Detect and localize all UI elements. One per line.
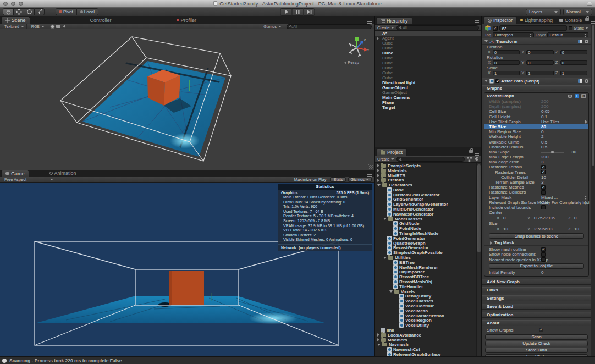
expand-arrow-icon[interactable]: [377, 179, 379, 182]
hierarchy-item[interactable]: Target: [375, 105, 481, 110]
project-item[interactable]: Navmesh: [375, 342, 481, 347]
section-header[interactable]: Add New Graph: [482, 279, 591, 285]
slider-value[interactable]: 30: [571, 150, 576, 155]
axis-value[interactable]: 2.596693: [534, 227, 552, 232]
stats-button[interactable]: Stats: [330, 177, 345, 182]
foldout-open-icon[interactable]: [484, 80, 488, 82]
project-item[interactable]: Modifiers: [375, 338, 481, 343]
property-row[interactable]: Nearest node queries in XZ sp: [484, 257, 588, 262]
tab-lightmapping[interactable]: Lightmapping: [517, 16, 556, 24]
tab-hierarchy[interactable]: Hierarchy: [376, 17, 412, 24]
scale-z-field[interactable]: 1: [560, 71, 587, 75]
property-row[interactable]: Walkable Climb0.5: [484, 140, 588, 145]
property-value[interactable]: 0: [541, 129, 543, 134]
dropdown-arrows-icon[interactable]: [585, 196, 587, 200]
inspector-scrollbar[interactable]: [591, 24, 595, 356]
hierarchy-item[interactable]: Cube: [375, 41, 481, 46]
position-y-field[interactable]: 0: [526, 50, 553, 54]
expand-arrow-icon[interactable]: [377, 333, 379, 337]
project-item[interactable]: CustomGridGenerator: [375, 192, 481, 197]
tag-dropdown[interactable]: Untagged: [493, 32, 534, 37]
project-item[interactable]: MultiGridGenerator: [375, 207, 481, 212]
property-value[interactable]: 0.05: [541, 109, 550, 114]
collapse-arrow-icon[interactable]: [389, 290, 393, 293]
property-value[interactable]: Only For Completely Insi: [541, 200, 590, 205]
move-tool-button[interactable]: [13, 8, 24, 15]
project-item[interactable]: PointGenerator: [375, 236, 481, 241]
property-row[interactable]: Tile Size80: [484, 124, 588, 129]
pivot-button[interactable]: Pivot: [56, 8, 76, 15]
scene-viewport-canvas[interactable]: x z Persp: [0, 29, 374, 170]
scan-button[interactable]: Scan: [485, 334, 588, 340]
collapse-arrow-icon[interactable]: [383, 218, 387, 220]
layers-dropdown[interactable]: Layers: [526, 9, 561, 15]
project-item[interactable]: MiniRTS: [375, 173, 481, 178]
expand-arrow-icon[interactable]: [490, 241, 492, 245]
property-row[interactable]: Rasterize Meshes✓: [484, 185, 588, 190]
hierarchy-item[interactable]: Main Camera: [375, 95, 481, 100]
hierarchy-item[interactable]: Cube: [375, 46, 481, 51]
layer-dropdown[interactable]: Default: [547, 32, 588, 37]
hierarchy-item[interactable]: Cube: [375, 65, 481, 70]
project-item[interactable]: RecastBBTree: [375, 274, 481, 279]
project-item[interactable]: VoxelUtility: [375, 323, 481, 328]
checkbox[interactable]: [541, 205, 546, 209]
collapse-arrow-icon[interactable]: [377, 344, 381, 346]
local-button[interactable]: Local: [76, 8, 98, 15]
tab-project[interactable]: Project: [376, 148, 407, 156]
scrollbar-thumb[interactable]: [477, 164, 481, 252]
property-row[interactable]: Max Edge Length200: [484, 155, 588, 159]
property-row[interactable]: Initial Penalty0: [484, 270, 588, 275]
checkbox[interactable]: [541, 252, 546, 257]
audio-toggle-icon[interactable]: [63, 25, 65, 28]
project-item[interactable]: Voxels: [375, 289, 481, 294]
project-item[interactable]: Base: [375, 187, 481, 192]
resize-grip-icon[interactable]: [368, 164, 373, 169]
property-value[interactable]: 0: [541, 270, 543, 275]
axis-value[interactable]: 10: [503, 227, 508, 232]
project-item[interactable]: DebugUtility: [375, 294, 481, 299]
slider-thumb[interactable]: [551, 151, 554, 153]
property-row[interactable]: Max edge error3: [484, 159, 588, 164]
hierarchy-item[interactable]: Plane: [375, 100, 481, 105]
panel-menu-icon[interactable]: [475, 20, 479, 21]
property-row[interactable]: Walkable Height2: [484, 134, 588, 139]
project-item[interactable]: NodeClasses: [375, 217, 481, 222]
project-create-button[interactable]: Create: [377, 157, 394, 162]
property-row[interactable]: Terrain Sample Size3: [484, 180, 588, 185]
tab-animation[interactable]: Animation: [45, 169, 81, 177]
expand-arrow-icon[interactable]: [377, 338, 379, 341]
visibility-toggle-icon[interactable]: [568, 95, 572, 98]
property-row[interactable]: Include out of bounds: [484, 205, 588, 210]
help-icon[interactable]: [578, 79, 582, 83]
expand-arrow-icon[interactable]: [377, 169, 379, 172]
slider-row[interactable]: Max Slope30: [484, 150, 588, 155]
property-row[interactable]: Show node connections: [484, 252, 588, 257]
project-item[interactable]: GridNode: [375, 222, 481, 227]
collapse-arrow-icon[interactable]: [383, 257, 387, 259]
show-graphs-checkbox[interactable]: ✓: [539, 328, 543, 332]
project-scrollbar[interactable]: [476, 163, 481, 356]
static-dropdown[interactable]: Static: [569, 26, 588, 31]
axis-value[interactable]: 0.7522936: [534, 216, 555, 221]
hierarchy-item[interactable]: Cube: [375, 51, 481, 56]
active-checkbox[interactable]: ✓: [493, 26, 498, 31]
project-item[interactable]: Prefabs: [375, 178, 481, 183]
expand-arrow-icon[interactable]: [377, 164, 379, 167]
hand-tool-button[interactable]: [3, 8, 13, 15]
property-value[interactable]: 0.5: [541, 145, 547, 150]
property-row[interactable]: Cell Size0.05: [484, 109, 588, 114]
property-row[interactable]: Show mesh outline✓: [484, 247, 588, 252]
section-header[interactable]: Links: [482, 287, 591, 293]
rotation-x-field[interactable]: 0: [493, 60, 520, 65]
section-header[interactable]: Settings: [482, 295, 591, 301]
vector-fields[interactable]: X10Y2.596693Z10: [484, 227, 588, 232]
property-value[interactable]: 200: [541, 155, 548, 159]
axis-value[interactable]: 0: [574, 216, 576, 221]
vector-fields[interactable]: X0Y0.7522936Z0: [484, 216, 588, 221]
project-item[interactable]: RecastMeshObj: [375, 279, 481, 284]
checkbox[interactable]: ✓: [541, 185, 546, 190]
store-data-button[interactable]: Store Data: [485, 348, 588, 353]
project-item[interactable]: LocalAvoidance: [375, 333, 481, 338]
expand-arrow-icon[interactable]: [377, 37, 379, 40]
